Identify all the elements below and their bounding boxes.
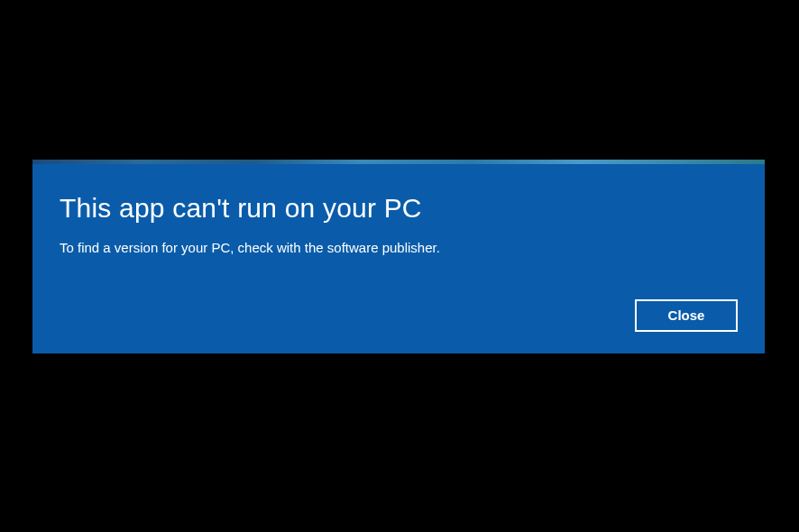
dialog-title: This app can't run on your PC — [60, 193, 738, 224]
dialog-body: This app can't run on your PC To find a … — [32, 164, 765, 353]
dialog-message: To find a version for your PC, check wit… — [60, 240, 738, 255]
close-button[interactable]: Close — [635, 299, 738, 332]
error-dialog: This app can't run on your PC To find a … — [32, 160, 765, 353]
